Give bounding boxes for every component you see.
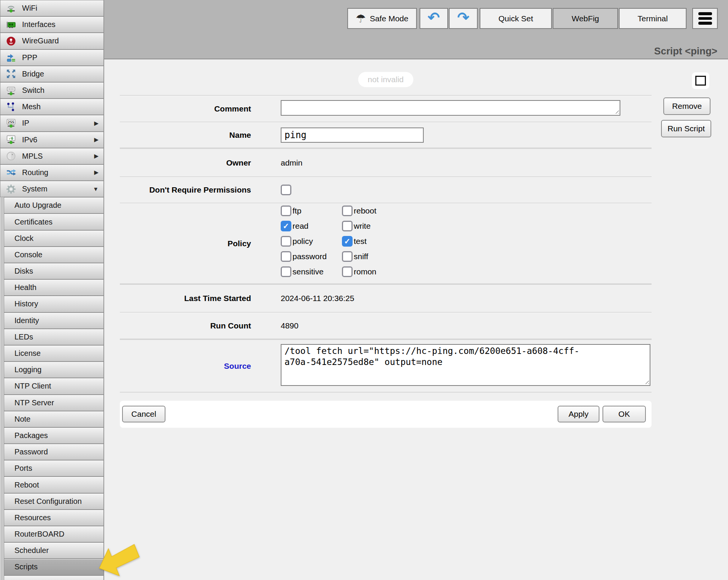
policy-checkbox-ftp[interactable]: ✓	[281, 206, 291, 216]
sidebar-item-label: Bridge	[22, 70, 44, 78]
tab-quick-set[interactable]: Quick Set	[480, 8, 552, 29]
sidebar-item-packages[interactable]: Packages	[4, 427, 104, 444]
source-input[interactable]: /tool fetch url="https://hc-ping.com/620…	[281, 344, 650, 386]
sidebar-item-wireguard[interactable]: WireGuard	[0, 33, 104, 49]
sidebar-item-label: Packages	[14, 431, 48, 440]
dont-require-permissions-label: Don't Require Permissions	[120, 185, 251, 194]
policy-checkbox-password[interactable]: ✓	[281, 251, 291, 262]
sidebar-item-disks[interactable]: Disks	[4, 263, 104, 279]
sidebar-item-license[interactable]: License	[4, 345, 104, 362]
last-time-started-row: Last Time Started 2024-06-11 20:36:25	[120, 284, 652, 312]
sidebar-item-label: Auto Upgrade	[14, 201, 61, 210]
sidebar-item-switch[interactable]: Switch	[0, 82, 104, 99]
apply-button[interactable]: Apply	[558, 406, 599, 422]
sidebar-item-label: License	[14, 349, 41, 358]
submenu-indent-line	[2, 198, 2, 580]
sidebar-item-ports[interactable]: Ports	[4, 460, 104, 476]
policy-checkbox-policy[interactable]: ✓	[281, 236, 291, 247]
status-badge: not invalid	[358, 72, 413, 87]
sidebar-item-label: Scheduler	[14, 546, 49, 555]
sidebar-item-label: NTP Server	[14, 398, 54, 407]
owner-label: Owner	[120, 158, 251, 167]
sidebar-item-label: System	[22, 185, 48, 193]
last-time-started-value: 2024-06-11 20:36:25	[281, 294, 354, 303]
sidebar-item-shutdown[interactable]: Shutdown	[4, 575, 104, 580]
dont-require-permissions-checkbox[interactable]: ✓	[281, 185, 291, 195]
sidebar-item-ip[interactable]: 255IP▶	[0, 115, 104, 131]
sidebar-item-mesh[interactable]: Mesh	[0, 99, 104, 115]
sidebar-item-wifi[interactable]: WiFi	[0, 0, 104, 16]
sidebar-item-resources[interactable]: Resources	[4, 510, 104, 526]
remove-button[interactable]: Remove	[663, 97, 711, 115]
sidebar-item-label: Mesh	[22, 102, 41, 111]
policy-checkbox-test[interactable]: ✓	[342, 236, 353, 247]
policy-checkbox-reboot[interactable]: ✓	[342, 206, 353, 216]
policy-label: Policy	[120, 239, 251, 248]
interfaces-icon	[5, 19, 17, 30]
sidebar-item-ntp-client[interactable]: NTP Client	[4, 378, 104, 394]
sidebar-item-mpls[interactable]: MPLS▶	[0, 148, 104, 164]
sidebar-item-interfaces[interactable]: Interfaces	[0, 16, 104, 33]
sidebar-item-leds[interactable]: LEDs	[4, 329, 104, 345]
sidebar-item-reboot[interactable]: Reboot	[4, 476, 104, 493]
sidebar-item-auto-upgrade[interactable]: Auto Upgrade	[4, 197, 104, 214]
hamburger-icon	[698, 12, 712, 25]
svg-text:✓6: ✓6	[9, 136, 13, 140]
policy-checkbox-label: ftp	[292, 206, 301, 216]
sidebar-item-system[interactable]: System▼	[0, 181, 104, 197]
sidebar-item-logging[interactable]: Logging	[4, 362, 104, 378]
sidebar-item-ipv6[interactable]: ✓6IPv6▶	[0, 132, 104, 148]
undo-button[interactable]: ↶	[420, 8, 448, 29]
owner-value: admin	[281, 158, 302, 167]
sidebar-item-label: Logging	[14, 365, 41, 374]
sidebar-item-ntp-server[interactable]: NTP Server	[4, 395, 104, 411]
sidebar-item-ppp[interactable]: PPP	[0, 49, 104, 66]
redo-button[interactable]: ↷	[449, 8, 478, 29]
policy-checkbox-write[interactable]: ✓	[342, 221, 353, 231]
sidebar-item-scheduler[interactable]: Scheduler	[4, 542, 104, 559]
sidebar-item-label: Disks	[14, 267, 33, 276]
sidebar-item-health[interactable]: Health	[4, 279, 104, 296]
sidebar-item-history[interactable]: History	[4, 296, 104, 312]
source-row: Source /tool fetch url="https://hc-ping.…	[120, 339, 652, 392]
policy-checkbox-read[interactable]: ✓	[281, 221, 291, 231]
sidebar-item-clock[interactable]: Clock	[4, 230, 104, 247]
sidebar-item-note[interactable]: Note	[4, 411, 104, 427]
sidebar-item-label: Scripts	[14, 562, 38, 571]
sidebar-item-certificates[interactable]: Certificates	[4, 214, 104, 230]
sidebar-item-label: Console	[14, 250, 42, 259]
policy-checkbox-sniff[interactable]: ✓	[342, 251, 353, 262]
comment-input[interactable]	[281, 100, 620, 116]
run-script-button[interactable]: Run Script	[661, 120, 711, 137]
tab-webfig[interactable]: WebFig	[553, 8, 618, 29]
sidebar-item-label: NTP Client	[14, 382, 51, 390]
sidebar-item-password[interactable]: Password	[4, 444, 104, 460]
sidebar-item-label: LEDs	[14, 333, 33, 341]
sidebar-item-bridge[interactable]: Bridge	[0, 66, 104, 82]
sidebar-item-label: Resources	[14, 513, 51, 522]
sidebar-item-console[interactable]: Console	[4, 247, 104, 263]
sidebar-item-routerboard[interactable]: RouterBOARD	[4, 526, 104, 542]
webfig-app: WiFiInterfacesWireGuardPPPBridgeSwitchMe…	[0, 0, 728, 580]
tab-terminal[interactable]: Terminal	[619, 8, 687, 29]
sidebar: WiFiInterfacesWireGuardPPPBridgeSwitchMe…	[0, 0, 104, 580]
cancel-button[interactable]: Cancel	[122, 406, 165, 422]
system-icon	[5, 183, 17, 195]
policy-checkbox-romon[interactable]: ✓	[342, 266, 353, 277]
comment-row: Comment	[120, 95, 652, 122]
last-time-started-label: Last Time Started	[120, 294, 251, 303]
safe-mode-button[interactable]: ☂ Safe Mode	[347, 8, 417, 29]
policy-column: ✓reboot✓write✓test✓sniff✓romon	[342, 206, 377, 282]
ok-button[interactable]: OK	[602, 406, 646, 422]
sidebar-item-reset-configuration[interactable]: Reset Configuration	[4, 493, 104, 510]
fullscreen-button[interactable]	[692, 72, 709, 89]
chevron-right-icon: ▶	[94, 153, 99, 159]
name-input[interactable]	[281, 127, 424, 143]
policy-option-policy: ✓policy	[281, 236, 342, 251]
sidebar-item-routing[interactable]: Routing▶	[0, 164, 104, 181]
policy-option-password: ✓password	[281, 251, 342, 266]
sidebar-item-identity[interactable]: Identity	[4, 312, 104, 329]
hamburger-menu-button[interactable]	[692, 8, 718, 29]
sidebar-item-scripts[interactable]: Scripts	[4, 559, 104, 575]
policy-checkbox-sensitive[interactable]: ✓	[281, 266, 291, 277]
